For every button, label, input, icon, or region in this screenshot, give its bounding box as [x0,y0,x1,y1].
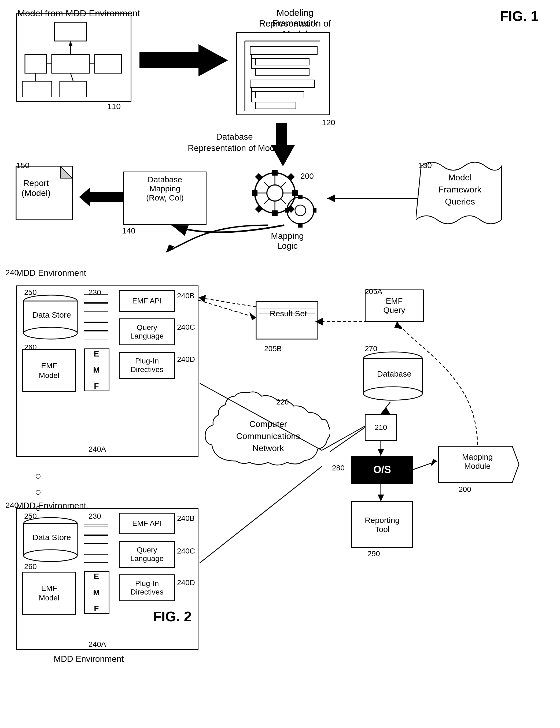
svg-rect-17 [250,80,315,87]
svg-marker-90 [198,295,206,302]
datastore-label-bot: Data Store [25,533,79,542]
svg-rect-37 [272,211,278,216]
fig1-label: FIG. 1 [500,8,539,24]
result-set-label: Result Set [257,309,319,318]
svg-rect-5 [95,54,121,73]
query-lang-box-bot: QueryLanguage [119,541,175,568]
svg-marker-96 [378,449,384,456]
plugin-box-bot: Plug-InDirectives [119,574,175,601]
num-240a-bot: 240A [89,640,106,649]
svg-rect-69 [84,313,108,321]
svg-rect-83 [84,526,108,534]
emf-api-box-top: EMF API [119,290,175,312]
emf-box-top: EMF [84,349,109,391]
svg-rect-55 [298,224,303,228]
svg-rect-54 [298,195,303,199]
num-205a: 205A [365,287,382,296]
double-arrow-vertical [268,123,295,180]
svg-rect-18 [256,91,304,98]
svg-rect-16 [256,69,309,75]
num-240d-top: 240D [177,355,195,364]
num-200: 200 [300,172,314,181]
svg-rect-84 [84,535,108,544]
num-230-bot: 230 [89,512,101,520]
svg-rect-56 [285,208,289,213]
svg-line-104 [200,466,322,563]
svg-rect-3 [52,54,89,73]
num-280: 280 [332,464,345,472]
plugin-box-top: Plug-InDirectives [119,352,175,379]
modeling-fw-svg [237,33,331,116]
reporting-tool-box: ReportingTool [351,501,413,548]
mdd-env-bot-label: MDD Environment [54,654,124,664]
svg-point-66 [24,327,77,339]
database-label: Database [365,369,424,378]
svg-rect-15 [256,58,309,65]
emf-box-bot: EMF [84,571,109,614]
os-box: O/S [351,456,413,484]
arrow-mfq-gears [322,190,421,206]
arrow-left-fig1 [79,188,125,206]
num-220: 220 [276,398,289,406]
mfq-label: ModelFrameworkQueries [420,172,500,208]
db-mapping-label: DatabaseMapping(Row, Col) [124,172,206,205]
svg-rect-40 [255,173,263,181]
svg-rect-19 [256,102,296,109]
num-205b: 205B [264,345,282,353]
num-120: 120 [322,118,335,127]
svg-rect-39 [292,190,298,196]
svg-line-51 [281,199,286,204]
svg-rect-86 [84,554,108,562]
num-150: 150 [16,161,30,170]
num-110: 110 [107,102,121,111]
num-250-top: 250 [24,288,37,297]
svg-line-89 [198,298,256,307]
emf-stack-svg-top [83,294,109,348]
svg-point-53 [295,205,306,216]
svg-marker-63 [271,123,292,164]
svg-rect-72 [256,302,318,339]
query-lang-box-top: QueryLanguage [119,319,175,345]
num-240c-top: 240C [177,323,195,332]
datastore-label-top: Data Store [25,311,79,320]
svg-marker-28 [139,44,228,76]
svg-rect-0 [54,22,87,41]
db-rep-label: DatabaseRepresentation of Model [188,131,281,154]
svg-marker-59 [327,194,335,202]
svg-line-101 [381,402,390,414]
svg-line-48 [264,182,269,187]
modeling-fw-box [236,32,330,115]
emf-model-box-bot: EMFModel [22,572,76,615]
num-130: 130 [418,161,432,170]
mdd-env-top-label: MDD Environment [16,268,86,278]
num-240a-top: 240A [89,445,106,453]
num-140: 140 [122,226,135,235]
svg-rect-85 [84,545,108,553]
svg-rect-4 [25,54,46,73]
emf-model-box-top: EMFModel [22,349,76,392]
num-290: 290 [367,549,380,558]
num-240c-bot: 240C [177,547,195,555]
uml-diagram [20,20,127,97]
svg-line-99 [413,461,437,469]
cloud-label: ComputerCommunicationsNetwork [212,418,325,454]
mdd-outer-box-top: Data Store EMFModel EMF EMF API QueryLan… [16,286,198,457]
num-230-top: 230 [89,288,101,297]
num-270: 270 [365,345,377,353]
mdd-model-box [16,13,131,102]
emf-stack-svg-bot [83,517,109,570]
page: FIG. 1 Model from MDD Environment [0,0,560,728]
mapping-logic-label: MappingLogic [271,231,304,251]
os-label: O/S [373,464,391,475]
db-mapping-box: DatabaseMapping(Row, Col) [123,172,207,225]
svg-rect-14 [250,46,317,54]
num-240b-bot: 240B [177,514,194,523]
svg-marker-33 [79,188,125,206]
num-260-bot: 260 [24,562,37,571]
svg-marker-98 [378,494,384,501]
svg-point-81 [24,550,77,561]
svg-point-77 [363,387,422,400]
emf-api-box-bot: EMF API [119,513,175,534]
svg-rect-42 [255,205,263,213]
svg-rect-38 [252,190,257,196]
